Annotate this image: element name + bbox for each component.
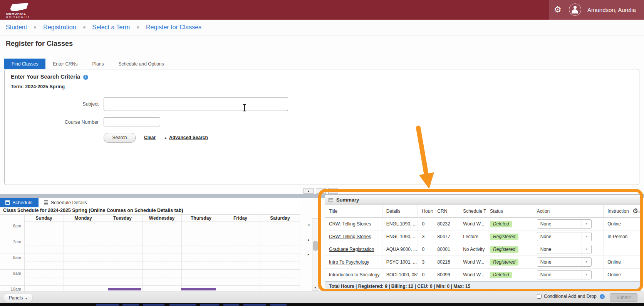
app-header: MEMORIAL UNIVERSITY ⚙ Amundson, Aurelia — [0, 0, 644, 20]
panels-button-label: Panels — [9, 295, 23, 301]
day-header-tuesday: Tuesday — [103, 215, 142, 222]
chevron-down-icon[interactable]: ▼ — [582, 271, 591, 279]
table-row: CRW: Telling Stories ENGL 1090, ... 0 80… — [325, 218, 640, 230]
cell-details: SOCI 1000, 081 — [382, 269, 418, 281]
clear-link[interactable]: Clear — [144, 135, 156, 140]
breadcrumb-registration[interactable]: Registration — [43, 24, 76, 31]
cell-schedule-type: Lecture — [459, 230, 486, 243]
action-select-value: None — [540, 271, 552, 279]
search-heading: Enter Your Search Criteriai — [11, 74, 88, 80]
search-button[interactable]: Search — [104, 133, 136, 143]
day-header-saturday: Saturday — [260, 215, 300, 222]
grid-line — [103, 215, 103, 291]
chevron-down-icon[interactable]: ▼ — [582, 232, 591, 241]
collapse-reset-button[interactable]: ● — [316, 188, 326, 194]
logo-line1: MEMORIAL — [6, 12, 26, 15]
advanced-search-link[interactable]: Advanced Search — [169, 135, 208, 140]
cell-details: ENGL 1090, ... — [382, 218, 418, 230]
status-badge: Registered — [490, 246, 518, 253]
summary-panel: Summary Title Details Hours CRN Schedule… — [325, 195, 641, 292]
logo-line2: UNIVERSITY — [6, 15, 30, 18]
course-number-input[interactable] — [104, 117, 160, 126]
col-header-schedule-type[interactable]: Schedule T — [459, 205, 486, 218]
term-label: Term: 2024-2025 Spring — [11, 84, 65, 89]
info-icon[interactable]: i — [600, 294, 605, 299]
tab-plans[interactable]: Plans — [85, 59, 111, 69]
action-select[interactable]: None▼ — [537, 232, 592, 241]
conditional-add-drop-label: Conditional Add and Drop — [544, 294, 597, 299]
tab-find-classes[interactable]: Find Classes — [4, 59, 45, 69]
time-label-9am: 9am — [0, 271, 21, 276]
breadcrumb-separator — [83, 26, 86, 29]
tab-schedule-label: Schedule — [12, 200, 32, 205]
tab-enter-crns[interactable]: Enter CRNs — [45, 59, 85, 69]
subject-input[interactable] — [104, 97, 288, 111]
course-title-link[interactable]: Intro To Psychology — [329, 259, 369, 265]
breadcrumb-select-a-term[interactable]: Select a Term — [92, 24, 130, 31]
action-select[interactable]: None▼ — [537, 270, 592, 279]
cell-details: AQUA 9000, ... — [382, 243, 418, 256]
cell-schedule-type: World W... — [459, 256, 486, 269]
breadcrumb: Student Registration Select a Term Regis… — [0, 20, 644, 35]
scrollbar-down-button[interactable]: ▼ — [312, 285, 319, 290]
triangle-right-icon: ▸ — [165, 136, 167, 140]
user-avatar-icon[interactable] — [569, 3, 581, 16]
day-header-friday: Friday — [221, 215, 260, 222]
settings-gear-icon[interactable]: ⚙ — [554, 4, 562, 15]
info-icon[interactable]: i — [83, 75, 88, 80]
course-title-link[interactable]: Introduction to Sociology — [329, 272, 379, 277]
breadcrumb-student[interactable]: Student — [6, 24, 27, 31]
user-name[interactable]: Amundson, Aurelia — [587, 0, 636, 20]
collapse-up-button[interactable]: ▲ — [304, 188, 314, 194]
collapse-down-button[interactable]: ▼ — [328, 188, 338, 194]
conditional-add-drop-checkbox[interactable] — [537, 294, 542, 299]
table-settings-gear-icon[interactable]: ⚙▾ — [632, 205, 640, 218]
col-header-crn[interactable]: CRN — [433, 205, 459, 218]
course-title-link[interactable]: Graduate Registration — [329, 247, 374, 252]
action-select-value: None — [540, 245, 552, 254]
summary-header: Summary — [325, 195, 640, 205]
breadcrumb-current: Register for Classes — [146, 24, 201, 31]
splitter-left-arrow[interactable]: ◂ — [306, 223, 311, 227]
action-select[interactable]: None▼ — [537, 245, 592, 254]
submit-button[interactable]: Submit — [610, 293, 637, 302]
scrollbar-thumb[interactable] — [313, 241, 318, 251]
cell-hours: 0 — [418, 218, 433, 230]
scrollbar-track[interactable] — [312, 218, 319, 291]
splitter-handle-dot[interactable]: ● — [306, 238, 311, 242]
splitter-right-arrow[interactable]: ▸ — [306, 252, 311, 256]
chevron-down-icon[interactable]: ▼ — [582, 220, 591, 228]
col-header-title[interactable]: Title — [325, 205, 382, 218]
col-header-instruction-label: Instruction — [607, 208, 629, 214]
course-title-link[interactable]: CRW: Telling Stories — [329, 221, 371, 227]
cell-hours: 0 — [418, 269, 433, 281]
action-select[interactable]: None▼ — [537, 257, 592, 267]
cell-hours: 3 — [418, 256, 433, 269]
summary-title: Summary — [336, 197, 359, 203]
grid-line — [0, 254, 300, 254]
col-header-details[interactable]: Details — [382, 205, 418, 218]
memorial-university-logo: MEMORIAL UNIVERSITY — [6, 2, 33, 18]
schedule-tabs: Schedule Schedule Details — [0, 198, 300, 207]
chevron-down-icon[interactable]: ▼ — [582, 245, 591, 254]
panels-button[interactable]: Panels▼ — [4, 294, 32, 302]
chevron-down-icon[interactable]: ▼ — [582, 258, 591, 266]
tab-schedule-details[interactable]: Schedule Details — [39, 198, 92, 207]
course-title-link[interactable]: CRW: Telling Stories — [329, 234, 371, 239]
grid-line — [0, 285, 300, 286]
advanced-search[interactable]: ▸Advanced Search — [165, 135, 208, 140]
table-row: Intro To Psychology PSYC 1001, ... 3 802… — [325, 256, 640, 269]
action-select[interactable]: None▼ — [537, 219, 592, 229]
logo-flag-icon — [10, 3, 29, 12]
col-header-instruction[interactable]: Instruction⚙▾ — [604, 205, 640, 218]
col-header-action[interactable]: Action — [533, 205, 604, 218]
day-header-wednesday: Wednesday — [142, 215, 181, 222]
col-header-status[interactable]: Status — [486, 205, 533, 218]
summary-column-headers: Title Details Hours CRN Schedule T Statu… — [325, 205, 640, 218]
time-label-6am: 6am — [0, 224, 21, 228]
cutoff-content-strip — [0, 303, 644, 306]
col-header-hours[interactable]: Hours — [418, 205, 433, 218]
tab-schedule[interactable]: Schedule — [0, 198, 39, 207]
tab-schedule-and-options[interactable]: Schedule and Options — [111, 59, 171, 69]
text-cursor-ibeam — [243, 104, 246, 111]
